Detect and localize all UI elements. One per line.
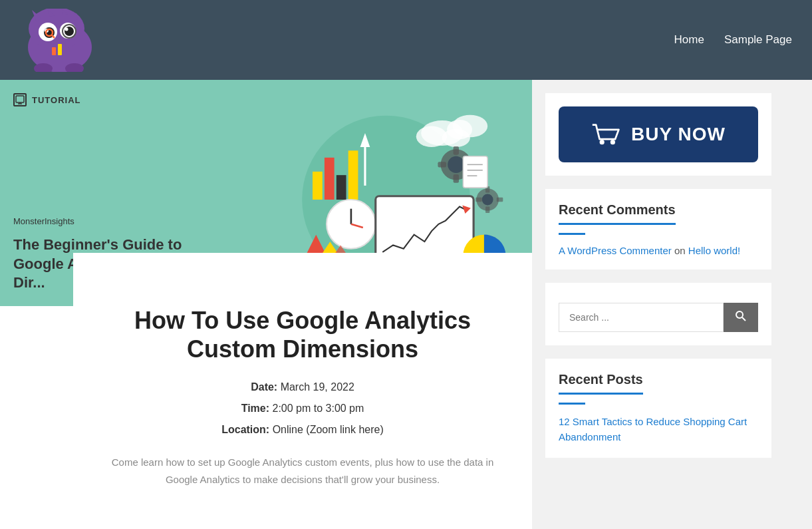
recent-posts-widget: Recent Posts 12 Smart Tactics to Reduce … [545,359,771,458]
post-excerpt: Come learn how to set up Google Analytic… [110,454,495,488]
buy-now-widget: BUY NOW [545,93,771,176]
tutorial-label: TUTORIAL [32,95,80,105]
search-form [559,303,758,332]
search-input[interactable] [559,303,724,332]
svg-rect-43 [485,207,489,213]
post-meta: Date: March 19, 2022 Time: 2:00 pm to 3:… [100,377,505,441]
featured-image: TUTORIAL MonsterInsights The Beginner's … [0,80,532,306]
main-area: TUTORIAL MonsterInsights The Beginner's … [0,80,532,529]
recent-post-1-link[interactable]: 12 Smart Tactics to Reduce Shopping Cart… [559,415,758,444]
recent-comments-widget: Recent Comments A WordPress Commenter on… [545,189,771,269]
svg-point-11 [65,27,68,31]
post-content: How To Use Google Analytics Custom Dimen… [73,306,532,514]
svg-rect-30 [337,175,346,200]
svg-point-27 [447,120,472,139]
svg-rect-15 [52,47,56,55]
site-header: Home Sample Page [0,0,812,80]
nav-home[interactable]: Home [674,33,704,47]
buy-now-button[interactable]: BUY NOW [559,106,758,162]
site-logo [20,9,100,72]
post-title: How To Use Google Analytics Custom Dimen… [100,306,505,363]
svg-rect-45 [497,198,503,202]
svg-rect-29 [325,158,335,200]
svg-rect-31 [348,150,358,200]
post-card: How To Use Google Analytics Custom Dimen… [73,306,532,514]
tutorial-badge: TUTORIAL [13,93,80,106]
svg-rect-44 [475,198,481,202]
svg-rect-19 [16,96,24,102]
post-date: Date: March 19, 2022 [100,377,505,398]
svg-point-64 [610,140,615,144]
svg-rect-28 [313,172,323,200]
recent-comments-title: Recent Comments [559,202,676,225]
post-location: Location: Online (Zoom link here) [100,419,505,441]
svg-rect-16 [58,44,62,55]
cart-icon [591,121,621,148]
post-body-fill [0,514,532,529]
svg-rect-37 [454,174,459,183]
comment-author-link[interactable]: A WordPress Commenter [559,245,672,256]
svg-point-66 [736,311,743,318]
logo-icon [20,9,100,72]
search-icon [736,311,746,321]
nav-sample-page[interactable]: Sample Page [724,33,792,47]
tutorial-icon [13,93,27,106]
svg-rect-59 [463,156,487,188]
recent-posts-title: Recent Posts [559,372,643,395]
site-content: TUTORIAL MonsterInsights The Beginner's … [0,80,812,529]
svg-point-35 [448,156,464,173]
svg-rect-36 [454,146,459,155]
svg-point-63 [600,140,605,144]
comment-post-link[interactable]: Hello world! [688,245,740,256]
post-time: Time: 2:00 pm to 3:00 pm [100,398,505,419]
brand-name: MonsterInsights [13,216,74,226]
search-widget [545,283,771,345]
search-button[interactable] [724,303,758,332]
svg-point-41 [482,194,493,206]
buy-now-label: BUY NOW [631,124,726,145]
recent-posts-title-bar [559,403,585,405]
title-underbar [559,233,585,235]
comment-entry: A WordPress Commenter on Hello world! [559,245,758,256]
site-nav: Home Sample Page [674,33,792,47]
svg-rect-38 [438,162,446,167]
svg-line-67 [742,317,745,321]
sidebar: BUY NOW Recent Comments A WordPress Comm… [532,80,785,529]
